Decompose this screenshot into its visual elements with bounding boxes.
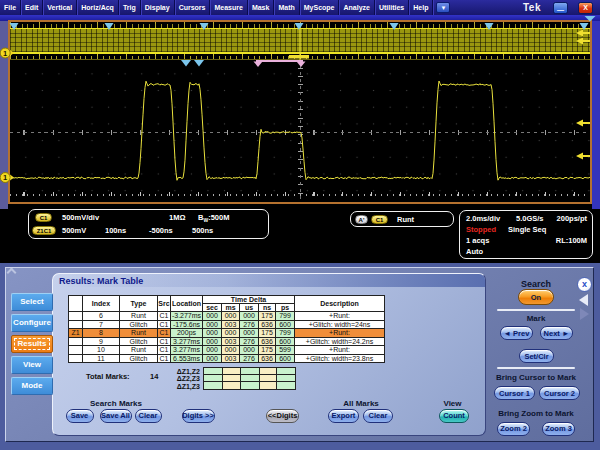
- resolution: 200ps/pt: [557, 214, 587, 223]
- left-margin: [0, 21, 8, 209]
- menu-item-help[interactable]: Help: [409, 0, 433, 15]
- cell-delta-ns: 636: [259, 320, 276, 329]
- zoom1-time-per-div: 100ns: [105, 226, 126, 235]
- column-header: Type: [120, 296, 158, 312]
- export-button[interactable]: Export: [328, 409, 359, 423]
- cell-type: Runt: [120, 329, 158, 338]
- tab-mode[interactable]: Mode: [11, 377, 53, 395]
- cell-delta-ms: 003: [222, 320, 240, 329]
- menu-item-file[interactable]: File: [0, 0, 21, 15]
- minimize-button[interactable]: —: [553, 2, 568, 14]
- menu-bar: FileEditVerticalHoriz/AcqTrigDisplayCurs…: [0, 0, 600, 15]
- menu-item-mask[interactable]: Mask: [248, 0, 275, 15]
- menu-item-display[interactable]: Display: [141, 0, 175, 15]
- mark-table-row-selected[interactable]: Z18RuntC1200ps000000000175799+Runt:: [69, 329, 385, 338]
- digits-collapse-button[interactable]: <<Digits: [266, 409, 299, 423]
- results-panel: Results: Mark TableSelectConfigureResult…: [0, 263, 600, 450]
- tab-configure[interactable]: Configure: [11, 314, 53, 332]
- tab-view[interactable]: View: [11, 356, 53, 374]
- count-button[interactable]: Count: [439, 409, 469, 423]
- mark-table-row[interactable]: 11GlitchC16.553ms000003276636600+Glitch:…: [69, 354, 385, 363]
- mark-table-row[interactable]: 9GlitchC13.277ms000003276636600+Glitch: …: [69, 337, 385, 346]
- cell-src: C1: [158, 312, 171, 321]
- digits-expand-button[interactable]: Digits >>: [182, 409, 215, 423]
- search-on-button[interactable]: On: [518, 289, 554, 305]
- menu-item-analyze[interactable]: Analyze: [339, 0, 374, 15]
- tab-results[interactable]: Results: [11, 335, 53, 353]
- cell-description: +Glitch: width=24.2ns: [295, 337, 385, 346]
- view-label: View: [430, 399, 475, 408]
- record-length: RL:100M: [556, 236, 587, 245]
- collapse-right-arrow-icon[interactable]: [580, 308, 589, 320]
- zoom3-button[interactable]: Zoom 3: [542, 422, 575, 436]
- results-title: Results: Mark Table: [59, 276, 143, 286]
- cell-delta-ns: 175: [259, 312, 276, 321]
- channel-readout-box[interactable]: C1500mV/div1MΩBW:500MZ1C1500mV100ns-500n…: [28, 209, 269, 239]
- tab-label: Mode: [22, 381, 43, 390]
- horizontal-readout-box[interactable]: 2.0ms/div5.0GS/s200ps/ptStoppedSingle Se…: [459, 210, 593, 259]
- cell-description: +Glitch: width=23.8ns: [295, 354, 385, 363]
- close-search-button[interactable]: x: [577, 277, 592, 292]
- delta-empty-cell: [204, 375, 223, 382]
- close-button[interactable]: X: [578, 2, 593, 14]
- delta-empty-cell: [204, 382, 223, 389]
- clear-all-marks-button[interactable]: Clear: [363, 409, 393, 423]
- set-clr-button[interactable]: Set/Clr: [519, 349, 554, 363]
- delta-empty-cell: [260, 368, 277, 375]
- search-label: Search: [506, 279, 566, 289]
- collapse-left-arrow-icon[interactable]: [579, 294, 588, 306]
- save-button[interactable]: Save: [66, 409, 94, 423]
- delta-empty-cell: [223, 382, 241, 389]
- mark-table-row[interactable]: 10RuntC13.277ms000000000175599+Runt:: [69, 346, 385, 355]
- menu-item-cursors[interactable]: Cursors: [175, 0, 211, 15]
- trigger-a-badge: A': [355, 215, 368, 224]
- delta-empty-cell: [241, 382, 260, 389]
- delta-empty-cell: [277, 375, 296, 382]
- cell-mark: [69, 337, 83, 346]
- menu-item-math[interactable]: Math: [274, 0, 299, 15]
- cursor1-button[interactable]: Cursor 1: [494, 386, 535, 400]
- cursor2-button[interactable]: Cursor 2: [539, 386, 580, 400]
- cell-delta-us: 276: [240, 354, 259, 363]
- mark-table[interactable]: IndexTypeSrcLocationTime DeltaDescriptio…: [68, 295, 385, 363]
- prev-mark-button[interactable]: ◄ Prev: [500, 326, 533, 340]
- waveform-display: 11C1500mV/div1MΩBW:500MZ1C1500mV100ns-50…: [0, 15, 600, 263]
- menu-item-vertical[interactable]: Vertical: [43, 0, 77, 15]
- cell-mark: Z1: [69, 329, 83, 338]
- cell-delta-us: 276: [240, 320, 259, 329]
- cell-delta-us: 000: [240, 312, 259, 321]
- divider: [497, 367, 575, 369]
- channel1-impedance: 1MΩ: [169, 213, 185, 222]
- channel1-scale: 500mV/div: [62, 213, 99, 222]
- delta-empty-cell: [223, 368, 241, 375]
- trigger-readout-box[interactable]: A'C1Runt: [350, 211, 454, 227]
- menu-item-utilities[interactable]: Utilities: [375, 0, 409, 15]
- menu-item-horiz-acq[interactable]: Horiz/Acq: [77, 0, 119, 15]
- tab-select[interactable]: Select: [11, 293, 53, 311]
- cell-location: 200ps: [171, 329, 203, 338]
- time-delta-header: Time Delta: [203, 296, 295, 304]
- divider: [497, 309, 575, 311]
- column-header: Description: [295, 296, 385, 312]
- cell-delta-ms: 003: [222, 337, 240, 346]
- menu-item-myscope[interactable]: MyScope: [300, 0, 340, 15]
- mark-table-row[interactable]: 6RuntC1-3.277ms000000000175799+Runt:: [69, 312, 385, 321]
- save-all-button[interactable]: Save All: [100, 409, 132, 423]
- cell-delta-ps: 600: [276, 320, 295, 329]
- cell-type: Runt: [120, 346, 158, 355]
- bring-cursor-label: Bring Cursor to Mark: [490, 373, 582, 382]
- cell-type: Glitch: [120, 354, 158, 363]
- delta-empty-cell: [260, 382, 277, 389]
- menu-item-trig[interactable]: Trig: [119, 0, 141, 15]
- zoom2-button[interactable]: Zoom 2: [497, 422, 530, 436]
- menu-item-measure[interactable]: Measure: [210, 0, 247, 15]
- cell-description: +Runt:: [295, 346, 385, 355]
- menu-item-edit[interactable]: Edit: [21, 0, 43, 15]
- next-mark-button[interactable]: Next ►: [540, 326, 573, 340]
- clear-search-marks-button[interactable]: Clear: [135, 409, 162, 423]
- delta-row-label: ΔZ1,Z3: [156, 383, 200, 391]
- cell-location: 3.277ms: [171, 337, 203, 346]
- delta-empty-cell: [277, 368, 296, 375]
- mark-table-row[interactable]: 7GlitchC1-175.6ns000003276636600+Glitch:…: [69, 320, 385, 329]
- menu-overflow-button[interactable]: ▼: [436, 2, 450, 13]
